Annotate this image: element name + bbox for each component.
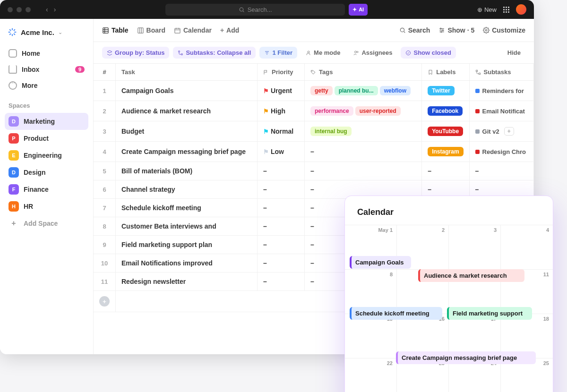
toolbar-customize[interactable]: Customize: [483, 26, 525, 34]
task-row[interactable]: 4 Create Campaign messaging brief page ⚑…: [94, 142, 534, 162]
priority-cell[interactable]: ⚑ Normal: [258, 121, 305, 142]
toolbar-show[interactable]: Show · 5: [438, 26, 474, 34]
calendar-cell[interactable]: 3: [449, 225, 501, 269]
col-labels[interactable]: Labels: [422, 64, 469, 81]
task-name[interactable]: Budget: [116, 121, 258, 142]
col-tags[interactable]: Tags: [305, 64, 422, 81]
task-name[interactable]: Redesign newsletter: [116, 273, 258, 291]
label-pill[interactable]: Instagram: [428, 147, 463, 156]
calendar-event[interactable]: Schedule kickoff meeting: [350, 307, 442, 320]
filter-hide[interactable]: Hide: [503, 47, 525, 59]
filter-show-closed[interactable]: Show closed: [401, 47, 455, 59]
task-name[interactable]: Customer Beta interviews and: [116, 217, 258, 236]
minimize-dot[interactable]: [17, 7, 22, 12]
tags-cell[interactable]: –: [305, 142, 422, 162]
labels-cell[interactable]: YouTubbe: [422, 121, 469, 142]
calendar-event[interactable]: Create Campaign messaging brief page: [396, 351, 536, 364]
space-item-marketing[interactable]: DMarketing: [5, 113, 88, 130]
subtask-entry[interactable]: Email Notificat: [475, 108, 528, 115]
maximize-dot[interactable]: [26, 7, 31, 12]
new-button[interactable]: ⊕ New: [477, 6, 497, 13]
subtasks-cell[interactable]: –: [469, 162, 533, 180]
tag-pill[interactable]: getty: [310, 86, 333, 95]
task-name[interactable]: Schedule kickoff meeting: [116, 199, 258, 217]
filter-assignees[interactable]: Assignees: [349, 47, 397, 59]
priority-cell[interactable]: ⚑ Low: [258, 142, 305, 162]
col-task[interactable]: Task: [116, 64, 258, 81]
labels-cell[interactable]: Facebook: [422, 101, 469, 121]
label-pill[interactable]: YouTubbe: [428, 127, 463, 136]
subtasks-cell[interactable]: Redesign Chro: [469, 142, 533, 162]
labels-cell[interactable]: –: [422, 162, 469, 180]
label-pill[interactable]: Facebook: [428, 106, 463, 116]
tags-cell[interactable]: performanceuser-reported: [305, 101, 422, 121]
add-task-button[interactable]: +: [99, 296, 110, 307]
calendar-event[interactable]: Campaign Goals: [350, 256, 411, 269]
nav-home[interactable]: Home: [5, 45, 88, 61]
filter-me-mode[interactable]: Me mode: [301, 47, 345, 59]
space-item-finance[interactable]: FFinance: [5, 181, 88, 198]
calendar-cell[interactable]: 15: [345, 314, 397, 358]
task-row[interactable]: 3 Budget ⚑ Normal internal bug YouTubbe …: [94, 121, 534, 142]
tags-cell[interactable]: gettyplanned bu...webflow: [305, 81, 422, 101]
col-subtasks[interactable]: Subtasks: [469, 64, 533, 81]
tag-pill[interactable]: planned bu...: [335, 86, 378, 95]
view-tab-calendar[interactable]: Calendar: [174, 25, 212, 36]
tag-pill[interactable]: webflow: [380, 86, 411, 95]
forward-button[interactable]: ›: [54, 6, 56, 13]
tags-cell[interactable]: –: [305, 162, 422, 180]
space-item-engineering[interactable]: EEngineering: [5, 147, 88, 164]
filter-count[interactable]: 1 Filter: [259, 47, 297, 59]
task-name[interactable]: Campaign Goals: [116, 81, 258, 101]
global-search[interactable]: Search...: [165, 4, 345, 16]
task-name[interactable]: Bill of materials (BOM): [116, 162, 258, 180]
filter-group-by[interactable]: Group by: Status: [102, 47, 169, 59]
priority-cell[interactable]: –: [258, 217, 305, 236]
filter-subtasks[interactable]: Subtasks: Collapse all: [173, 47, 256, 59]
ai-button[interactable]: ✦ AI: [349, 4, 368, 16]
subtasks-cell[interactable]: Reminders for: [469, 81, 533, 101]
back-button[interactable]: ‹: [46, 6, 48, 13]
priority-cell[interactable]: –: [258, 162, 305, 180]
space-item-product[interactable]: PProduct: [5, 130, 88, 147]
col-num[interactable]: #: [94, 64, 116, 81]
add-subtask-icon[interactable]: +: [504, 127, 514, 136]
workspace-switcher[interactable]: Acme Inc. ⌄: [5, 26, 88, 39]
space-item-hr[interactable]: HHR: [5, 198, 88, 215]
tags-cell[interactable]: internal bug: [305, 121, 422, 142]
task-name[interactable]: Audience & market research: [116, 101, 258, 121]
subtask-entry[interactable]: Reminders for: [475, 87, 528, 94]
view-tab-board[interactable]: Board: [137, 25, 165, 36]
task-name[interactable]: Channel strategy: [116, 180, 258, 199]
calendar-event[interactable]: Audience & market research: [418, 269, 524, 282]
labels-cell[interactable]: Instagram: [422, 142, 469, 162]
subtasks-cell[interactable]: Email Notificat: [469, 101, 533, 121]
tag-pill[interactable]: user-reported: [355, 106, 401, 116]
priority-cell[interactable]: ⚑ High: [258, 101, 305, 121]
priority-cell[interactable]: –: [258, 180, 305, 199]
subtask-entry[interactable]: Redesign Chro: [475, 148, 528, 155]
priority-cell[interactable]: –: [258, 236, 305, 254]
space-item-design[interactable]: DDesign: [5, 164, 88, 181]
task-row[interactable]: 1 Campaign Goals ⚑ Urgent gettyplanned b…: [94, 81, 534, 101]
task-row[interactable]: 2 Audience & market research ⚑ High perf…: [94, 101, 534, 121]
priority-cell[interactable]: ⚑ Urgent: [258, 81, 305, 101]
calendar-cell[interactable]: 4: [501, 225, 553, 269]
nav-inbox[interactable]: Inbox 9: [5, 61, 88, 77]
label-pill[interactable]: Twitter: [428, 86, 454, 95]
priority-cell[interactable]: –: [258, 273, 305, 291]
apps-grid-icon[interactable]: [503, 7, 509, 13]
priority-cell[interactable]: –: [258, 254, 305, 273]
task-name[interactable]: Email Notifications improved: [116, 254, 258, 273]
task-row[interactable]: 5 Bill of materials (BOM) – – – –: [94, 162, 534, 180]
close-dot[interactable]: [8, 7, 13, 12]
tag-pill[interactable]: internal bug: [310, 127, 352, 136]
labels-cell[interactable]: Twitter: [422, 81, 469, 101]
add-space-button[interactable]: + Add Space: [5, 215, 88, 232]
col-priority[interactable]: Priority: [258, 64, 305, 81]
task-name[interactable]: Create Campaign messaging brief page: [116, 142, 258, 162]
calendar-cell[interactable]: 22: [345, 358, 397, 392]
subtasks-cell[interactable]: Git v2+: [469, 121, 533, 142]
avatar[interactable]: [516, 4, 526, 15]
nav-more[interactable]: More: [5, 77, 88, 94]
